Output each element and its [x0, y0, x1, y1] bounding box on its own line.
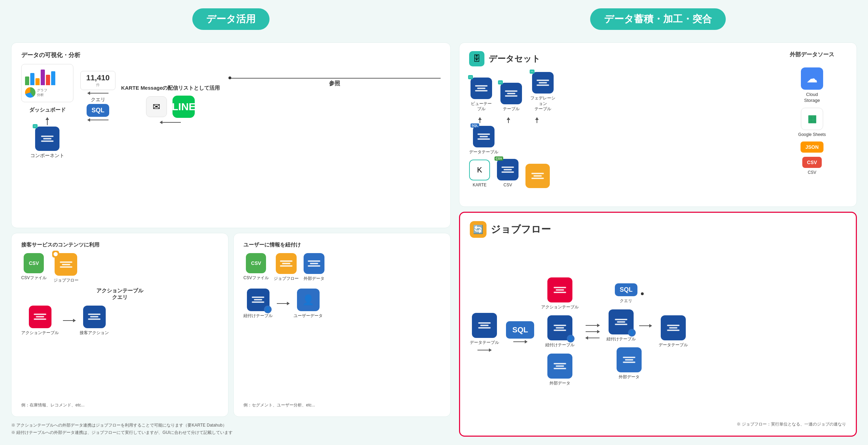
csv-wrapper-br: CSV CSVファイル [243, 253, 269, 282]
csv-rt-wrapper: CSV CSV [497, 159, 519, 188]
data-table-sql-label: データテーブル [469, 149, 498, 155]
google-sheets-label: Google Sheets [798, 132, 826, 138]
jf-ext-data1-wrapper: 外部データ [547, 354, 572, 386]
ext-data-wrapper-br: 外部データ [304, 253, 324, 282]
action-query-title: アクションテーブル クエリ [21, 288, 218, 301]
dataset-title: データセット [489, 53, 540, 64]
sql-dataset-wrapper: SQL データテーブル [469, 126, 498, 155]
google-sheets-wrapper: ▦ Google Sheets [798, 108, 826, 138]
dataset-header: 🗄 データセット [469, 51, 770, 66]
jf-kimo2-label: 紐付けテーブル [606, 337, 636, 342]
main-wrapper: データ活用 データ蓄積・加工・突合 データの可視化・分析 [0, 0, 868, 445]
csv-rt-label: CSV [504, 183, 512, 188]
ext-data-label-br: 外部データ [304, 276, 324, 282]
jf-query-label: クエリ [620, 298, 632, 304]
sql-dt-badge: SQL [471, 123, 479, 128]
component-badge: ··· [33, 124, 38, 128]
jf-arrow-sql [513, 341, 527, 342]
cloud-storage-icon: ☁ [801, 67, 823, 90]
dataset-icon: 🗄 [469, 51, 484, 66]
jobflow-label-bl: ジョブフロー [54, 278, 79, 283]
dashboard-label: ダッシュボード [21, 106, 73, 113]
csv-icon-br: CSV [246, 253, 266, 273]
dataset-section: 🗄 データセット ··· [469, 51, 770, 198]
component-label: コンポーネント [30, 152, 64, 159]
query-section: クエリ SQL [87, 96, 109, 117]
jf-data-table-wrapper: データテーブル [470, 313, 499, 346]
left-bottom-left-title: 接客サービスのコンテンツに利用 [21, 242, 218, 248]
left-bottom-right-title: ユーザーに情報を紐付け [243, 242, 441, 248]
jf-ext-data2-wrapper: 外部データ [617, 347, 642, 380]
note-1: ※ アクションテーブルへの外部データ連携はジョブフローを利用することで可能になり… [11, 422, 451, 429]
jf-data-table-label: データテーブル [470, 340, 499, 346]
jf-query-wrapper: SQL クエリ [615, 283, 637, 304]
jobflow-wrapper-br: ジョブフロー [274, 253, 299, 282]
federation-table-wrapper: ··· フェデレーションテーブル [529, 72, 557, 112]
kimo-table-wrapper: 👤 紐付けテーブル [243, 289, 273, 319]
left-top-title: データの可視化・分析 [21, 51, 441, 59]
left-bottom-right-card: ユーザーに情報を紐付け CSV CSVファイル [233, 233, 451, 416]
karte-rt-wrapper: K KARTE [469, 160, 490, 188]
arrow-right-action [63, 320, 75, 321]
user-data-label: ユーザーデータ [294, 313, 323, 319]
csv-ext-badge: CSV [802, 157, 822, 168]
view-table-badge: ··· [468, 75, 473, 79]
jf-arrow-3 [586, 325, 600, 326]
jf-ext-data2-label: 外部データ [619, 374, 640, 380]
right-header-badge: データ蓄積・加工・突合 [590, 8, 726, 30]
jf-kimo-table-label: 紐付けテーブル [545, 342, 574, 348]
left-notes: ※ アクションテーブルへの外部データ連携はジョブフローを利用することで可能になり… [11, 422, 451, 437]
component-wrapper: ··· [35, 127, 59, 151]
sql-badge: SQL [87, 104, 109, 117]
jf-data-table2-label: データテーブル [659, 342, 688, 348]
left-bottom-right-example: 例：セグメント、ユーザー分析、etc... [243, 399, 441, 408]
json-badge: JSON [801, 141, 823, 153]
karte-rt-label: KARTE [473, 183, 487, 188]
arrow-up-1 [47, 118, 48, 125]
csv-rt-badge: CSV [495, 156, 503, 161]
jf-sql-badge: SQL [506, 321, 534, 339]
federation-table-label: フェデレーションテーブル [529, 96, 557, 112]
sanshou-label: 参照 [329, 80, 340, 87]
v-arrow-table [508, 118, 509, 123]
jobflow-label-br: ジョブフロー [274, 276, 299, 282]
v-arrow-fed [537, 118, 537, 123]
ext-source-title: 外部データソース [790, 51, 834, 58]
jf-query-sql: SQL [615, 283, 637, 296]
line-icon: LINE [172, 96, 195, 118]
arrow-left-1 [88, 93, 108, 94]
table-badge: ··· [498, 80, 503, 84]
jf-ext-data1-label: 外部データ [549, 381, 570, 386]
cloud-storage-wrapper: ☁ CloudStorage [801, 67, 823, 104]
jf-action-table-label: アクションテーブル [541, 305, 579, 310]
action-table-label-bl: アクションテーブル [21, 330, 59, 336]
number-main: 11,410 [86, 73, 110, 82]
left-bottom-left-example: 例：在庫情報、レコメンド、etc... [21, 399, 218, 408]
dot-query [641, 292, 644, 295]
cloud-storage-label: CloudStorage [804, 92, 820, 104]
jobflow-wrapper-bl: ジョブフロー [54, 253, 79, 283]
view-table-label: ビューテーブル [469, 101, 493, 112]
view-table-wrapper: ··· ビューテーブル [469, 78, 493, 112]
csv-ext-label: CSV [808, 170, 817, 176]
csv-file-icon: CSV [24, 253, 44, 273]
action-table-icon-wrapper: アクションテーブル [21, 306, 59, 336]
orange-jf-wrapper [525, 164, 550, 188]
接客アクション-label: 接客アクション [80, 330, 109, 336]
jf-note: ※ ジョブフロー：実行単位となる、一連のジョブの連なり [470, 421, 846, 427]
jf-arrow-4 [586, 331, 600, 332]
karte-message-label: KARTE Messageの配信リストとして活用 [121, 85, 220, 91]
csv-label-bl: CSVファイル [21, 275, 47, 281]
right-top-card: 🗄 データセット ··· [459, 42, 857, 207]
sanshou-line [228, 78, 441, 79]
json-wrapper: JSON [801, 141, 823, 153]
user-data-wrapper: 👤 ユーザーデータ [294, 289, 323, 319]
csv-ext-wrapper: CSV CSV [802, 157, 822, 176]
csv-label-br: CSVファイル [243, 275, 269, 281]
left-bottom-left-card: 接客サービスのコンテンツに利用 CSV CSVファイル [11, 233, 228, 416]
query-label: クエリ [91, 96, 105, 103]
table-wrapper: ··· テーブル [500, 83, 522, 112]
arrow-left-2 [88, 120, 108, 120]
jf-arrow-6 [639, 325, 652, 326]
jf-arrow-5 [586, 338, 600, 338]
